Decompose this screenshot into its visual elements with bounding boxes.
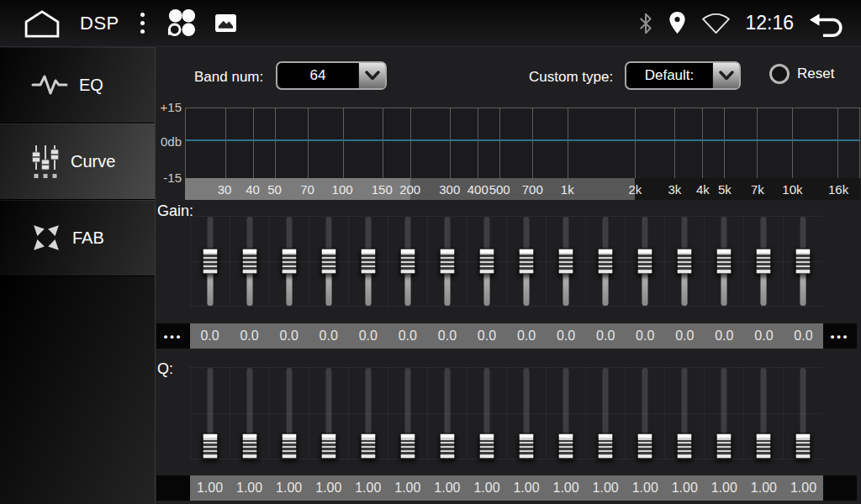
- gain-slider-thumb[interactable]: [557, 249, 573, 275]
- gain-slider[interactable]: [625, 217, 664, 306]
- gain-more-left-button[interactable]: •••: [156, 323, 190, 349]
- sidebar-item-curve[interactable]: Curve: [0, 123, 155, 200]
- gain-slider-thumb[interactable]: [439, 249, 455, 275]
- sidebar-item-fab[interactable]: FAB: [0, 200, 155, 276]
- q-slider-thumb[interactable]: [716, 433, 732, 459]
- gain-slider-thumb[interactable]: [320, 249, 336, 275]
- gain-slider[interactable]: [704, 217, 743, 306]
- q-slider[interactable]: [309, 368, 348, 459]
- gain-slider[interactable]: [467, 217, 506, 306]
- gain-slider[interactable]: [783, 217, 822, 306]
- q-slider-thumb[interactable]: [320, 433, 336, 459]
- reset-radio-icon: [769, 64, 790, 84]
- q-slider[interactable]: [783, 368, 822, 459]
- gain-slider[interactable]: [230, 217, 269, 306]
- gain-slider-thumb[interactable]: [399, 249, 415, 275]
- q-slider[interactable]: [585, 368, 625, 459]
- home-icon[interactable]: [22, 9, 62, 38]
- gain-slider-thumb[interactable]: [716, 249, 732, 275]
- freq-tick-label: 10k: [782, 182, 802, 197]
- q-slider-thumb[interactable]: [637, 433, 652, 459]
- apps-clover-icon[interactable]: [166, 8, 197, 39]
- freq-gridline: [410, 108, 411, 178]
- q-value: 1.00: [467, 475, 506, 501]
- gain-slider-thumb[interactable]: [676, 249, 692, 275]
- q-slider-thumb[interactable]: [478, 433, 494, 459]
- gain-slider-thumb[interactable]: [597, 249, 613, 275]
- q-slider[interactable]: [625, 368, 664, 459]
- freq-gridline: [532, 108, 533, 178]
- gain-slider[interactable]: [664, 217, 704, 306]
- q-slider-thumb[interactable]: [281, 433, 297, 459]
- q-slider-thumb[interactable]: [597, 433, 613, 459]
- q-slider[interactable]: [388, 368, 427, 459]
- frequency-axis-strip: 304050701001502003004005007001k2k3k4k5k7…: [185, 178, 860, 200]
- back-icon[interactable]: [808, 10, 844, 37]
- reset-label: Reset: [797, 66, 834, 82]
- gain-slider[interactable]: [743, 217, 783, 306]
- q-slider-thumb[interactable]: [202, 433, 218, 459]
- q-slider-thumb[interactable]: [439, 433, 455, 459]
- q-slider[interactable]: [269, 368, 309, 459]
- gain-slider-thumb[interactable]: [637, 249, 652, 275]
- gain-slider-thumb[interactable]: [755, 249, 771, 275]
- q-slider-thumb[interactable]: [676, 433, 692, 459]
- freq-gridline: [792, 108, 793, 178]
- gain-more-right-button[interactable]: •••: [823, 323, 857, 349]
- q-slider[interactable]: [704, 368, 743, 459]
- gain-slider[interactable]: [585, 217, 625, 306]
- gain-slider-thumb[interactable]: [241, 249, 257, 275]
- eq-waveform-icon: [31, 71, 68, 99]
- q-slider[interactable]: [664, 368, 704, 459]
- gain-slider-thumb[interactable]: [795, 249, 811, 275]
- gain-value: 0.0: [507, 323, 547, 349]
- gain-value: 0.0: [547, 323, 586, 349]
- bluetooth-icon: [638, 12, 653, 35]
- gain-slider[interactable]: [269, 217, 309, 306]
- gain-slider-thumb[interactable]: [360, 249, 376, 275]
- q-values-row: 1.001.001.001.001.001.001.001.001.001.00…: [156, 475, 857, 501]
- q-value: 1.00: [348, 475, 388, 501]
- q-slider-thumb[interactable]: [399, 433, 415, 459]
- custom-type-dropdown[interactable]: Default:: [625, 61, 741, 90]
- freq-gridline: [478, 108, 478, 178]
- q-slider[interactable]: [506, 368, 546, 459]
- q-slider[interactable]: [467, 368, 506, 459]
- q-slider[interactable]: [190, 368, 230, 459]
- gain-slider[interactable]: [309, 217, 348, 306]
- q-slider[interactable]: [427, 368, 467, 459]
- gain-slider[interactable]: [506, 217, 546, 306]
- q-slider[interactable]: [348, 368, 388, 459]
- chevron-down-icon: [365, 71, 380, 81]
- gain-slider[interactable]: [348, 217, 388, 306]
- gain-slider[interactable]: [427, 217, 467, 306]
- q-slider[interactable]: [230, 368, 269, 459]
- freq-gridline: [383, 108, 383, 178]
- menu-dots-icon[interactable]: [137, 9, 148, 37]
- q-slider-thumb[interactable]: [518, 433, 534, 459]
- q-slider-thumb[interactable]: [241, 433, 257, 459]
- gain-slider[interactable]: [546, 217, 585, 306]
- q-slider-thumb[interactable]: [557, 433, 573, 459]
- gain-slider[interactable]: [190, 217, 230, 306]
- q-slider-thumb[interactable]: [795, 433, 811, 459]
- q-value: 1.00: [547, 475, 586, 501]
- gain-slider-thumb[interactable]: [478, 249, 494, 275]
- q-slider[interactable]: [743, 368, 783, 459]
- gallery-icon[interactable]: [214, 13, 237, 33]
- gain-slider-thumb[interactable]: [281, 249, 297, 275]
- custom-type-dropdown-button[interactable]: [712, 63, 739, 88]
- q-slider[interactable]: [546, 368, 585, 459]
- band-num-dropdown[interactable]: 64: [276, 61, 387, 90]
- reset-button[interactable]: Reset: [769, 64, 834, 84]
- freq-tick-label: 300: [439, 182, 460, 197]
- status-bar-left: DSP: [22, 8, 237, 39]
- sidebar-item-eq[interactable]: EQ: [0, 47, 155, 123]
- q-slider-thumb[interactable]: [755, 433, 771, 459]
- gain-slider-thumb[interactable]: [202, 249, 218, 275]
- q-value: 1.00: [388, 475, 427, 501]
- q-slider-thumb[interactable]: [360, 433, 376, 459]
- gain-slider[interactable]: [388, 217, 427, 306]
- band-num-dropdown-button[interactable]: [358, 63, 385, 88]
- gain-slider-thumb[interactable]: [518, 249, 534, 275]
